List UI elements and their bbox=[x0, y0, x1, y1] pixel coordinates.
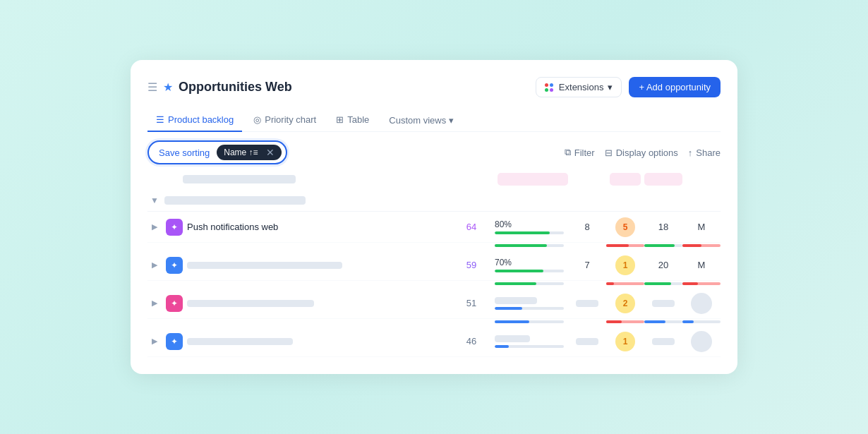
row-1-expand-icon[interactable]: ▶ bbox=[147, 222, 162, 231]
row-1-name: Push notifications web bbox=[187, 222, 452, 232]
row-3-sub-bars bbox=[147, 319, 721, 326]
row-3-num2 bbox=[644, 300, 682, 307]
row-4-letter-circle bbox=[691, 331, 712, 352]
header: ☰ ★ Opportunities Web Extensions ▾ + Add… bbox=[147, 77, 721, 97]
display-options-icon: ⊟ bbox=[605, 147, 613, 158]
row-3-badge: 2 bbox=[615, 294, 635, 313]
table-row: ▶ ✦ Push notifications web 64 80% 8 5 bbox=[147, 212, 721, 250]
row-4-main: ▶ ✦ 46 1 bbox=[147, 326, 721, 357]
row-4-icon: ✦ bbox=[166, 333, 183, 350]
row-4-bar-placeholder bbox=[495, 335, 530, 342]
row-1-icon: ✦ bbox=[166, 219, 183, 236]
row-4-name-pill bbox=[187, 338, 293, 345]
row-2-letter: M bbox=[682, 260, 721, 270]
filter-icon: ⧉ bbox=[565, 147, 571, 158]
row-1-badge-cell: 5 bbox=[606, 217, 644, 237]
extensions-icon bbox=[545, 83, 555, 92]
row-2-num2: 20 bbox=[644, 260, 682, 270]
row-3-bar-placeholder bbox=[495, 297, 537, 304]
row-3-name-pill bbox=[187, 300, 314, 307]
row-3-bar-fill bbox=[495, 307, 522, 310]
add-opportunity-button[interactable]: + Add opportunity bbox=[629, 77, 721, 97]
tab-product-backlog[interactable]: ☰ Product backlog bbox=[147, 109, 242, 132]
row-1-bar-track bbox=[495, 231, 564, 234]
row-4-score: 46 bbox=[452, 336, 490, 346]
chevron-down-icon: ▾ bbox=[449, 115, 454, 126]
collapse-chevron-icon[interactable]: ▼ bbox=[150, 195, 159, 205]
row-3-letter-circle bbox=[691, 293, 712, 314]
row-4-num1-pill bbox=[576, 338, 598, 345]
row-2-score: 59 bbox=[452, 260, 490, 270]
row-1-num1: 8 bbox=[568, 222, 606, 232]
row-3-num1 bbox=[568, 300, 606, 307]
row-1-badge: 5 bbox=[615, 217, 635, 237]
priority-chart-icon: ◎ bbox=[253, 114, 261, 125]
row-1-bar-label: 80% bbox=[495, 219, 564, 229]
row-3-num1-pill bbox=[576, 300, 598, 307]
row-3-name bbox=[187, 300, 452, 307]
page-title: Opportunities Web bbox=[179, 80, 292, 95]
row-4-num2-pill bbox=[652, 338, 675, 345]
row-1-num2: 18 bbox=[644, 222, 682, 232]
table-icon: ⊞ bbox=[336, 114, 344, 125]
tab-priority-chart[interactable]: ◎ Priority chart bbox=[245, 109, 325, 132]
tabs-bar: ☰ Product backlog ◎ Priority chart ⊞ Tab… bbox=[147, 109, 721, 132]
tab-custom-views[interactable]: Custom views ▾ bbox=[380, 109, 462, 131]
share-icon: ↑ bbox=[688, 147, 693, 158]
row-3-num2-pill bbox=[652, 300, 675, 307]
star-icon: ★ bbox=[163, 80, 173, 94]
row-4-num1 bbox=[568, 338, 606, 345]
sort-pill[interactable]: Save sorting Name ↑≡ ✕ bbox=[147, 140, 287, 164]
table-row: ▶ ✦ 59 70% 7 1 20 bbox=[147, 250, 721, 288]
filter-button[interactable]: ⧉ Filter bbox=[565, 147, 595, 158]
row-1-letter: M bbox=[682, 222, 721, 232]
share-button[interactable]: ↑ Share bbox=[688, 147, 721, 158]
row-2-bar-label: 70% bbox=[495, 258, 564, 267]
row-3-bar-cell bbox=[490, 297, 568, 310]
row-2-bar-cell: 70% bbox=[490, 258, 568, 272]
row-4-bar-fill bbox=[495, 345, 509, 348]
row-3-letter bbox=[682, 293, 721, 314]
row-4-expand-icon[interactable]: ▶ bbox=[147, 337, 162, 346]
column-headers-row bbox=[147, 170, 721, 190]
save-sorting-label[interactable]: Save sorting bbox=[159, 147, 210, 158]
row-2-main: ▶ ✦ 59 70% 7 1 20 bbox=[147, 250, 721, 281]
row-2-icon: ✦ bbox=[166, 257, 183, 274]
row-4-bar-track bbox=[495, 345, 564, 348]
col-badge-pink bbox=[606, 173, 644, 186]
row-2-badge: 1 bbox=[615, 255, 635, 275]
row-2-sub-bars bbox=[147, 281, 721, 288]
row-3-expand-icon[interactable]: ▶ bbox=[147, 299, 162, 308]
row-3-badge-cell: 2 bbox=[606, 294, 644, 313]
row-4-letter bbox=[682, 331, 721, 352]
name-col-header-pill bbox=[183, 175, 296, 183]
row-4-num2 bbox=[644, 338, 682, 345]
row-4-bar-cell bbox=[490, 335, 568, 348]
row-1-bar-fill bbox=[495, 231, 550, 234]
row-2-expand-icon[interactable]: ▶ bbox=[147, 260, 162, 270]
display-options-button[interactable]: ⊟ Display options bbox=[605, 147, 678, 158]
col-num2-pink bbox=[644, 173, 682, 186]
product-backlog-icon: ☰ bbox=[156, 114, 164, 125]
toolbar-right: ⧉ Filter ⊟ Display options ↑ Share bbox=[565, 147, 721, 158]
row-3-main: ▶ ✦ 51 2 bbox=[147, 288, 721, 319]
row-2-bar-track bbox=[495, 270, 564, 272]
row-4-badge-cell: 1 bbox=[606, 332, 644, 351]
tab-table[interactable]: ⊞ Table bbox=[327, 109, 378, 132]
row-1-sub-bars bbox=[147, 243, 721, 250]
close-sort-icon[interactable]: ✕ bbox=[266, 147, 275, 158]
row-2-name bbox=[187, 262, 452, 269]
row-2-name-pill bbox=[187, 262, 342, 269]
row-1-bar-cell: 80% bbox=[490, 219, 568, 234]
hamburger-icon: ☰ bbox=[147, 80, 157, 94]
row-4-name bbox=[187, 338, 452, 345]
table-row: ▶ ✦ 46 1 bbox=[147, 326, 721, 357]
row-2-bar-fill bbox=[495, 270, 543, 272]
collapsed-group-row: ▼ bbox=[147, 190, 721, 212]
toolbar: Save sorting Name ↑≡ ✕ ⧉ Filter ⊟ Displa… bbox=[147, 132, 721, 170]
col-bar-pink-wide bbox=[490, 173, 568, 186]
extensions-button[interactable]: Extensions ▾ bbox=[536, 77, 622, 97]
row-3-score: 51 bbox=[452, 298, 490, 308]
row-1-score: 64 bbox=[452, 222, 490, 232]
main-card: ☰ ★ Opportunities Web Extensions ▾ + Add… bbox=[131, 60, 737, 374]
